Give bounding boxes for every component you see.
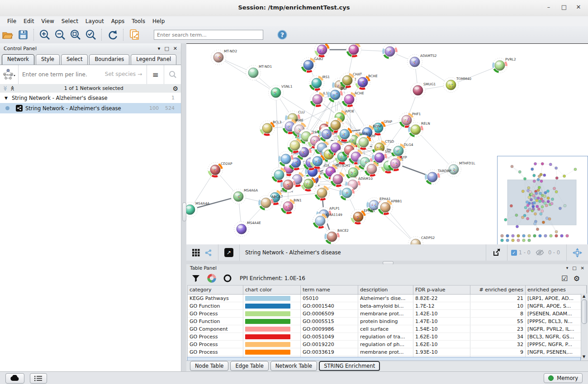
tree-expand-icon[interactable]: ▼ bbox=[5, 96, 10, 100]
scroll-up-icon[interactable]: ▲ bbox=[581, 294, 587, 299]
splitter-handle[interactable] bbox=[182, 202, 186, 221]
undock-panel-icon[interactable]: □ bbox=[572, 266, 576, 271]
string-query-input[interactable] bbox=[19, 71, 147, 78]
zoom-fit-button[interactable] bbox=[68, 28, 83, 42]
network-node-ADAMTS2[interactable]: ADAMTS2 bbox=[408, 54, 437, 70]
column-header-chart-color[interactable]: chart color bbox=[243, 286, 301, 294]
network-node[interactable] bbox=[365, 162, 379, 177]
minimize-button[interactable]: – bbox=[544, 4, 554, 13]
network-row[interactable]: String Network - Alzheimer's disease 100… bbox=[0, 103, 181, 113]
tab-style[interactable]: Style bbox=[36, 54, 60, 65]
table-row[interactable]: GO ProcessGO:0033619membrane prot...1.93… bbox=[188, 348, 587, 356]
network-node-RELN[interactable]: RELN bbox=[408, 122, 430, 137]
network-node-MT-ND2[interactable]: MT-ND2 bbox=[211, 49, 237, 65]
birdseye-viewport[interactable] bbox=[507, 180, 576, 225]
network-node-TARDBP[interactable]: TARDBP bbox=[425, 169, 452, 185]
tab-network-table[interactable]: Network Table bbox=[270, 361, 317, 371]
network-node-MS4A4E[interactable]: MS4A4E bbox=[234, 221, 261, 237]
network-node-EPHA5[interactable]: EPHA5 bbox=[351, 209, 375, 225]
undock-panel-icon[interactable]: □ bbox=[164, 46, 169, 52]
column-header-description[interactable]: description bbox=[358, 286, 413, 294]
zoom-selected-button[interactable] bbox=[84, 28, 98, 42]
network-node-SMUG1[interactable]: SMUG1 bbox=[411, 82, 436, 98]
network-node[interactable] bbox=[331, 172, 346, 187]
table-row[interactable]: GO FunctionGO:0005515protein binding1.47… bbox=[188, 318, 587, 325]
ring-chart-icon[interactable] bbox=[223, 274, 232, 283]
network-node-BIN1[interactable]: BIN1 bbox=[281, 198, 302, 214]
network-node-SYP[interactable]: SYP bbox=[388, 155, 408, 171]
refresh-button[interactable] bbox=[105, 28, 120, 42]
memory-button[interactable]: Memory bbox=[544, 373, 583, 383]
string-options-button[interactable]: ≡ bbox=[147, 65, 164, 84]
close-button[interactable]: ✕ bbox=[574, 4, 583, 13]
grid-view-icon[interactable] bbox=[192, 249, 200, 257]
menu-view[interactable]: View bbox=[38, 17, 57, 25]
network-from-file-button[interactable] bbox=[127, 28, 142, 42]
tab-legend-panel[interactable]: Legend Panel bbox=[131, 54, 176, 65]
network-node[interactable] bbox=[272, 168, 287, 183]
table-row[interactable]: GO ProcessGO:0019220regulation of ph...1… bbox=[188, 341, 587, 348]
network-node-MS4A4A[interactable]: MS4A4A bbox=[186, 201, 210, 217]
network-node-CADPS2[interactable]: CADPS2 bbox=[408, 236, 435, 245]
birdseye-view[interactable] bbox=[497, 156, 588, 245]
column-header-term-name[interactable]: term name bbox=[301, 286, 358, 294]
network-node[interactable] bbox=[337, 127, 352, 142]
expand-all-icon[interactable]: ≪ bbox=[9, 86, 15, 91]
tab-select[interactable]: Select bbox=[61, 54, 88, 65]
network-collection-row[interactable]: ▼ String Network - Alzheimer's disease 1 bbox=[0, 93, 181, 103]
menu-file[interactable]: File bbox=[4, 17, 20, 25]
float-panel-icon[interactable]: ▾ bbox=[158, 46, 161, 52]
save-session-button[interactable] bbox=[16, 28, 30, 42]
menu-select[interactable]: Select bbox=[58, 17, 82, 25]
open-session-button[interactable] bbox=[0, 28, 15, 42]
close-panel-icon[interactable]: ✕ bbox=[173, 46, 177, 52]
select-rows-checkbox-icon[interactable]: ☑ bbox=[561, 274, 568, 283]
column-header--enriched-genes[interactable]: # enriched genes bbox=[470, 286, 526, 294]
table-vertical-scrollbar[interactable]: ▲ ▼ bbox=[581, 294, 587, 360]
network-node-BCL3[interactable]: BCL3 bbox=[260, 120, 282, 136]
cloud-tasks-button[interactable] bbox=[5, 373, 24, 384]
table-row[interactable]: KEGG Pathways05010Alzheimer's dise...8.8… bbox=[188, 295, 587, 302]
network-options-gear-icon[interactable]: ⚙ bbox=[172, 85, 178, 92]
close-panel-icon[interactable]: ✕ bbox=[581, 266, 584, 271]
maximize-button[interactable]: □ bbox=[559, 4, 569, 13]
zoom-out-button[interactable] bbox=[53, 28, 67, 42]
network-canvas[interactable]: MT-ND2MT-ND1VSNL1GAB2IRS1ABCA1CHATBCHEIL… bbox=[186, 43, 588, 245]
menu-layout[interactable]: Layout bbox=[82, 17, 108, 25]
help-button[interactable]: ? bbox=[275, 28, 289, 42]
selected-nodes-checkbox-icon[interactable]: ✓ bbox=[511, 250, 517, 256]
network-node[interactable] bbox=[383, 44, 398, 59]
menu-edit[interactable]: Edit bbox=[20, 17, 38, 25]
float-panel-icon[interactable]: ▾ bbox=[566, 266, 569, 270]
scroll-down-icon[interactable]: ▼ bbox=[581, 354, 587, 360]
menu-apps[interactable]: Apps bbox=[108, 17, 128, 25]
table-row[interactable]: GO ComponentGO:0009986cell surface1.54E-… bbox=[188, 325, 587, 333]
network-node[interactable] bbox=[288, 138, 303, 153]
network-node-IL1B[interactable]: IL1B bbox=[310, 91, 331, 107]
task-history-button[interactable] bbox=[30, 373, 47, 384]
tab-boundaries[interactable]: Boundaries bbox=[89, 54, 129, 65]
network-node-APBB1[interactable]: APBB1 bbox=[378, 199, 402, 215]
network-node[interactable] bbox=[346, 44, 361, 57]
network-node[interactable] bbox=[315, 44, 330, 57]
column-header-category[interactable]: category bbox=[188, 286, 243, 294]
network-node[interactable] bbox=[340, 186, 355, 201]
collapse-all-icon[interactable]: ≫ bbox=[2, 86, 8, 91]
detach-view-icon[interactable]: ↗ bbox=[224, 248, 233, 257]
export-network-icon[interactable] bbox=[492, 248, 501, 257]
network-node-TOMM40[interactable]: TOMM40 bbox=[444, 77, 472, 93]
network-node-BCHE[interactable]: BCHE bbox=[356, 74, 378, 90]
share-view-icon[interactable] bbox=[204, 249, 212, 257]
network-node-IRS1[interactable]: IRS1 bbox=[309, 75, 330, 91]
network-node[interactable] bbox=[310, 154, 325, 169]
tab-network[interactable]: Network bbox=[2, 54, 34, 65]
network-node[interactable] bbox=[315, 186, 330, 201]
hidden-eye-icon[interactable] bbox=[536, 249, 544, 256]
scrollbar-thumb[interactable] bbox=[582, 300, 587, 324]
horizontal-splitter[interactable] bbox=[186, 261, 588, 264]
table-settings-gear-icon[interactable]: ⚙ bbox=[574, 274, 580, 283]
network-node-BACE2[interactable]: BACE2 bbox=[325, 229, 349, 244]
vertical-splitter[interactable] bbox=[181, 43, 186, 371]
string-logo[interactable]: STRING bbox=[0, 65, 19, 84]
table-horizontal-scrollbar[interactable] bbox=[187, 357, 581, 361]
